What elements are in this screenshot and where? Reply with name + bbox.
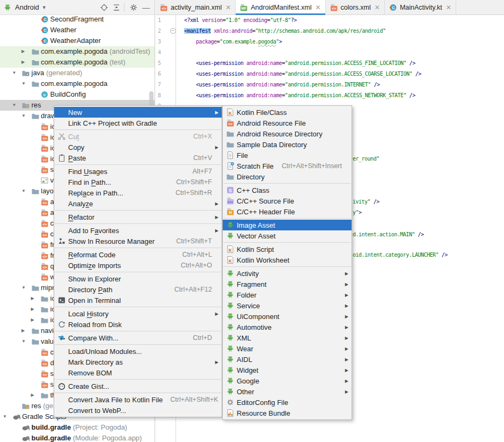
new-submenu-item-resource-bundle[interactable]: Resource Bundle [223,408,352,418]
new-submenu-item-c-c-source-file[interactable]: C/C++ Source File [223,195,352,206]
context-menu-item-refactor[interactable]: Refactor▶ [54,212,222,222]
new-submenu-item-file[interactable]: File [223,150,352,161]
close-icon[interactable]: ✕ [375,4,380,11]
context-menu-item-reformat-code[interactable]: Reformat CodeCtrl+Alt+L [54,249,222,260]
tree-row-buildconfig[interactable]: BuildConfig [0,89,155,100]
code-fold-icon[interactable]: − [170,28,176,34]
tree-expanded-icon[interactable]: ▼ [3,411,7,422]
new-submenu-item-uicomponent[interactable]: UiComponent▶ [223,311,352,322]
tab-activity-main-xml[interactable]: activity_main.xml✕ [156,0,236,15]
context-menu-item-remove-bom[interactable]: Remove BOM [54,367,222,378]
tab-mainactivity-kt[interactable]: MainActivity.kt✕ [385,0,456,15]
close-icon[interactable]: ✕ [225,4,231,11]
tree-expanded-icon[interactable]: ▼ [21,111,26,121]
context-menu-item-create-gist[interactable]: Create Gist... [54,381,222,392]
new-submenu-item-kotlin-file-class[interactable]: Kotlin File/Class [223,107,352,118]
tree-collapsed-icon[interactable]: ▶ [21,325,25,336]
context-menu-item-mark-directory-as[interactable]: Mark Directory as▶ [54,357,222,367]
context-menu-item-compare-with[interactable]: Compare With...Ctrl+D [54,332,222,343]
new-submenu-item-wear[interactable]: Wear▶ [223,343,352,354]
context-menu-item-convert-to-webp[interactable]: Convert to WebP... [54,405,222,416]
chevron-down-icon[interactable]: ▼ [42,5,47,10]
tree-expanded-icon[interactable]: ▼ [12,68,17,78]
context-menu-item-replace-in-path[interactable]: Replace in Path...Ctrl+Shift+R [54,187,222,198]
tab-colors-xml[interactable]: colors.xml✕ [326,0,385,15]
tree-expanded-icon[interactable]: ▼ [12,100,17,111]
settings-gear-icon[interactable] [128,2,139,13]
tree-expanded-icon[interactable]: ▼ [21,282,26,293]
context-menu-item-paste[interactable]: PasteCtrl+V [54,153,222,163]
tree-collapsed-icon[interactable]: ▶ [31,293,34,304]
locate-icon[interactable] [99,2,109,13]
menu-item-label: Cut [68,133,79,141]
new-submenu-item-automotive[interactable]: Automotive▶ [223,322,352,332]
new-submenu-item-kotlin-worksheet[interactable]: Kotlin Worksheet [223,255,352,265]
tree-row-weather[interactable]: Weather [0,25,155,35]
tree-row-com-example-pogoda[interactable]: ▼com.example.pogoda [0,78,155,89]
new-submenu-item-editorconfig-file[interactable]: EditorConfig File [223,397,352,408]
context-menu-item-find-usages[interactable]: Find UsagesAlt+F7 [54,166,222,177]
context-menu-item-directory-path[interactable]: Directory PathCtrl+Alt+F12 [54,284,222,295]
tree-row-com-example-pogoda-test[interactable]: ▶com.example.pogoda (test) [0,57,155,68]
context-menu-item-find-in-path[interactable]: Find in Path...Ctrl+Shift+F [54,177,222,187]
context-menu-item-analyze[interactable]: Analyze▶ [54,198,222,209]
new-submenu-item-other[interactable]: Other▶ [223,386,352,397]
code-token: <uses-permission [196,71,243,77]
new-submenu-item-aidl[interactable]: AIDL▶ [223,354,352,365]
context-menu-item-optimize-imports[interactable]: Optimize ImportsCtrl+Alt+O [54,260,222,271]
new-submenu-item-kotlin-script[interactable]: Kotlin Script [223,244,352,255]
context-menu-item-show-in-explorer[interactable]: Show in Explorer [54,273,222,284]
new-submenu-item-directory[interactable]: Directory [223,171,352,182]
tree-collapsed-icon[interactable]: ▶ [21,57,25,68]
new-submenu-item-google[interactable]: Google▶ [223,375,352,386]
new-submenu-item-android-resource-directory[interactable]: Android Resource Directory [223,128,352,139]
menu-item-label: Show In Resource Manager [68,237,155,245]
new-submenu-item-service[interactable]: Service▶ [223,300,352,311]
new-submenu-item-activity[interactable]: Activity▶ [223,268,352,279]
context-menu-item-load-unload-modules[interactable]: Load/Unload Modules... [54,346,222,357]
context-menu-item-local-history[interactable]: Local History▶ [54,308,222,319]
image-icon [40,176,49,185]
tree-expanded-icon[interactable]: ▼ [21,336,26,347]
kclass-icon [40,15,49,24]
tree-collapsed-icon[interactable]: ▶ [31,390,34,401]
tree-row-build-gradle-module-pogoda-app[interactable]: build.gradle (Module: Pogoda.app) [0,433,155,442]
new-submenu-item-sample-data-directory[interactable]: Sample Data Directory [223,139,352,150]
tab-androidmanifest-xml[interactable]: AndroidManifest.xml✕ [236,0,325,15]
new-submenu-item-vector-asset[interactable]: Vector Asset [223,230,352,241]
tree-row-secondfragment[interactable]: SecondFragment [0,14,155,25]
new-submenu-item-android-resource-file[interactable]: Android Resource File [223,118,352,128]
tree-row-build-gradle-project-pogoda[interactable]: build.gradle (Project: Pogoda) [0,422,155,433]
context-menu-item-convert-java-file-to-kotlin-file[interactable]: Convert Java File to Kotlin FileCtrl+Alt… [54,394,222,405]
tree-row-java-generated[interactable]: ▼java (generated) [0,68,155,78]
new-submenu-item-c-class[interactable]: C++ Class [223,185,352,195]
tree-expanded-icon[interactable]: ▼ [21,186,26,197]
new-submenu-item-image-asset[interactable]: Image Asset [223,220,352,230]
new-submenu-item-fragment[interactable]: Fragment▶ [223,279,352,289]
tree-collapsed-icon[interactable]: ▶ [21,46,25,57]
new-submenu-item-widget[interactable]: Widget▶ [223,365,352,375]
close-icon[interactable]: ✕ [315,4,320,11]
collapse-all-icon[interactable] [111,2,122,13]
tree-expanded-icon[interactable]: ▼ [21,78,26,89]
context-menu-item-show-in-resource-manager[interactable]: Show In Resource ManagerCtrl+Shift+T [54,236,222,247]
close-icon[interactable]: ✕ [446,4,451,11]
new-submenu-item-folder[interactable]: Folder▶ [223,289,352,300]
hide-panel-icon[interactable]: — [141,2,151,13]
context-menu-item-open-in-terminal[interactable]: Open in Terminal [54,295,222,306]
context-menu-item-new[interactable]: New▶ [54,107,222,118]
tree-row-com-example-pogoda-androidtest[interactable]: ▶com.example.pogoda (androidTest) [0,46,155,57]
project-view-selector[interactable]: Android [15,3,39,11]
context-menu-item-reload-from-disk[interactable]: Reload from Disk [54,319,222,330]
context-menu-item-add-to-favorites[interactable]: Add to Favorites▶ [54,225,222,236]
tree-collapsed-icon[interactable]: ▶ [31,304,34,315]
tree-collapsed-icon[interactable]: ▶ [31,315,34,325]
new-submenu-item-xml[interactable]: XML▶ [223,332,352,343]
new-submenu-item-scratch-file[interactable]: Scratch FileCtrl+Alt+Shift+Insert [223,161,352,171]
tree-row-weatheradapter[interactable]: WeatherAdapter [0,35,155,46]
menu-item-label: Convert to WebP... [68,407,126,415]
new-submenu-item-c-c-header-file[interactable]: C/C++ Header File [223,206,352,217]
context-menu-item-copy[interactable]: Copy▶ [54,142,222,153]
context-menu-item-link-c-project-with-gradle[interactable]: Link C++ Project with Gradle [54,118,222,128]
context-menu-item-cut[interactable]: CutCtrl+X [54,131,222,142]
